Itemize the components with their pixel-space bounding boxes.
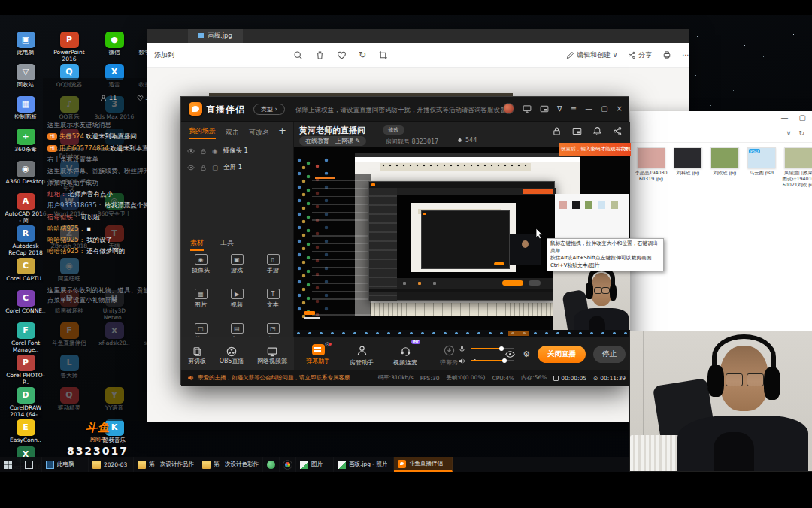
desktop-icon[interactable]: E EasyConn..	[5, 419, 47, 444]
desktop-icon[interactable]: + 360杀毒	[5, 129, 47, 153]
edit-room-button[interactable]: 修改	[383, 125, 404, 135]
lock-icon[interactable]	[200, 148, 207, 155]
edit-create-button[interactable]: 编辑和创建 ∨	[566, 50, 617, 60]
mic-icon[interactable]	[458, 345, 466, 353]
desktop-icon[interactable]: F Corel Font Manage..	[5, 322, 47, 353]
minimize-icon[interactable]: —	[781, 113, 789, 122]
desktop-icon[interactable]: A AutoCAD 2016 - 简..	[5, 193, 47, 224]
chat-username[interactable]: 哈哈猪925：	[47, 236, 85, 243]
taskbar-item-icon[interactable]	[267, 461, 275, 469]
desktop-icon[interactable]: P PowerPoint 2016	[48, 32, 90, 62]
app-icon[interactable]: ▽	[17, 64, 35, 80]
app-icon[interactable]: ◉	[17, 161, 35, 177]
stop-button[interactable]: 停止	[593, 346, 626, 363]
app-icon[interactable]: R	[17, 225, 35, 242]
minimize-button[interactable]: —	[585, 104, 592, 113]
settings-gear-icon[interactable]: ⚙	[523, 349, 530, 359]
app-icon[interactable]: D	[17, 387, 35, 404]
taskbar-item[interactable]	[0, 457, 21, 472]
taskbar-item[interactable]	[263, 457, 280, 472]
desktop-icon[interactable]: P Corel PHOTO-P..	[5, 355, 47, 386]
tab-tools[interactable]: 工具	[220, 238, 234, 251]
menu-icon[interactable]: ≡	[571, 104, 577, 113]
user-avatar[interactable]	[503, 103, 514, 114]
taskbar-item-icon[interactable]	[398, 460, 406, 468]
material-item[interactable]: ▣ 游戏	[219, 251, 255, 286]
pip-preview-icon[interactable]	[572, 126, 582, 136]
chat-username[interactable]: 用户605774854	[59, 144, 109, 152]
network-video-tool[interactable]: 网络视频源	[257, 343, 287, 365]
share-icon[interactable]	[613, 126, 623, 136]
maximize-icon[interactable]: ▢	[799, 113, 806, 122]
desktop-icon[interactable]: C Corel CAPTU..	[5, 258, 47, 283]
close-live-button[interactable]: 关闭直播	[538, 346, 586, 363]
taskbar-item[interactable]: 画板.jpg - 照片	[334, 457, 394, 472]
pip-icon[interactable]	[540, 104, 549, 113]
app-icon[interactable]: A	[17, 193, 35, 210]
preview-eye-icon[interactable]	[505, 349, 515, 359]
material-item[interactable]: ▯ 手游	[255, 251, 291, 286]
taskbar-item[interactable]	[280, 457, 296, 472]
password-banner[interactable]: ×设置后，输入密码才能观看我的直播	[559, 143, 631, 156]
tab-materials[interactable]: 素材	[190, 238, 204, 251]
file-item[interactable]: 风陵渡口效果图设计19401060021刘欣.png	[782, 147, 812, 188]
rotate-icon[interactable]: ↻	[359, 50, 366, 60]
chat-username[interactable]: 宿命似铁：	[47, 213, 80, 221]
taskbar-item-icon[interactable]	[46, 461, 54, 469]
photos-tab[interactable]: 画板.jpg	[188, 29, 243, 43]
crop-icon[interactable]	[378, 50, 388, 60]
material-item[interactable]: ◉ 摄像头	[183, 251, 219, 286]
desktop-icon[interactable]: ▦ 控制面板	[5, 96, 47, 121]
taskbar-item-icon[interactable]	[300, 461, 308, 469]
app-icon[interactable]: +	[17, 129, 35, 145]
type-pill-button[interactable]: 类型 ›	[253, 104, 285, 115]
moderator-assistant-button[interactable]: 房管助手	[345, 343, 378, 367]
desktop-icon[interactable]: ▣ 此电脑	[5, 32, 47, 56]
chat-username[interactable]: 用户933318635：	[47, 201, 103, 209]
chat-username[interactable]: 红相：	[47, 190, 67, 198]
taskbar-item[interactable]: 斗鱼直播伴侣	[394, 457, 453, 472]
visibility-eye-icon[interactable]	[187, 164, 195, 171]
material-item[interactable]: T 文本	[255, 286, 291, 320]
material-item[interactable]: ▦ 图片	[183, 286, 219, 320]
app-icon[interactable]: F	[17, 322, 35, 339]
monitor-icon[interactable]	[523, 104, 532, 113]
desktop-icon[interactable]: C Corel CONNE..	[5, 290, 47, 315]
source-name[interactable]: 摄像头 1	[223, 147, 248, 156]
app-icon[interactable]: P	[17, 355, 35, 371]
favorite-icon[interactable]	[337, 50, 347, 60]
app-icon[interactable]: ●	[105, 32, 124, 48]
source-name[interactable]: 全屏 1	[223, 163, 242, 172]
filter-icon[interactable]: ∇	[557, 104, 562, 113]
taskbar-item[interactable]: 此电脑	[42, 457, 89, 472]
taskbar-item[interactable]: 2020-03	[89, 457, 134, 472]
file-thumbnail[interactable]	[784, 147, 812, 168]
file-item[interactable]: PSD 马云图.psd	[745, 147, 778, 188]
video-link-button[interactable]: PK 视频连麦	[389, 343, 422, 367]
file-item[interactable]: 李晶晶19403060319.jpg	[635, 147, 668, 188]
source-row[interactable]: ▢ 全屏 1	[187, 159, 300, 176]
taskbar-item-icon[interactable]	[202, 461, 211, 469]
bell-icon[interactable]	[592, 126, 602, 136]
source-row[interactable]: ◉ 摄像头 1	[187, 143, 300, 159]
delete-icon[interactable]	[315, 50, 325, 60]
danmaku-assistant-button[interactable]: ⚙ 弹幕助手	[301, 344, 335, 365]
category-pill[interactable]: 在线教育 - 上网课 ✎	[299, 136, 366, 146]
taskbar-item-icon[interactable]	[92, 461, 101, 469]
app-icon[interactable]: C	[17, 258, 35, 274]
file-thumbnail[interactable]: PSD	[747, 147, 776, 168]
lock-icon[interactable]	[200, 165, 207, 171]
refresh-icon[interactable]: ↻	[798, 129, 804, 137]
taskbar-item-icon[interactable]	[138, 461, 146, 469]
chat-username[interactable]: 哈哈猪925：	[47, 247, 85, 255]
add-to-button[interactable]: 添加到	[154, 50, 174, 60]
material-item[interactable]: ▶ 视频	[219, 286, 255, 320]
taskbar-item-icon[interactable]	[25, 461, 33, 469]
clipboard-tool[interactable]: 剪切板	[188, 343, 206, 365]
app-icon[interactable]: ▦	[17, 96, 35, 113]
dropdown-icon[interactable]: ∨	[786, 129, 792, 137]
maximize-button[interactable]: ▢	[601, 104, 607, 113]
app-icon[interactable]: C	[17, 290, 35, 307]
visibility-eye-icon[interactable]	[187, 147, 195, 155]
taskbar-item[interactable]: 第一次设计作品作业	[134, 457, 198, 472]
